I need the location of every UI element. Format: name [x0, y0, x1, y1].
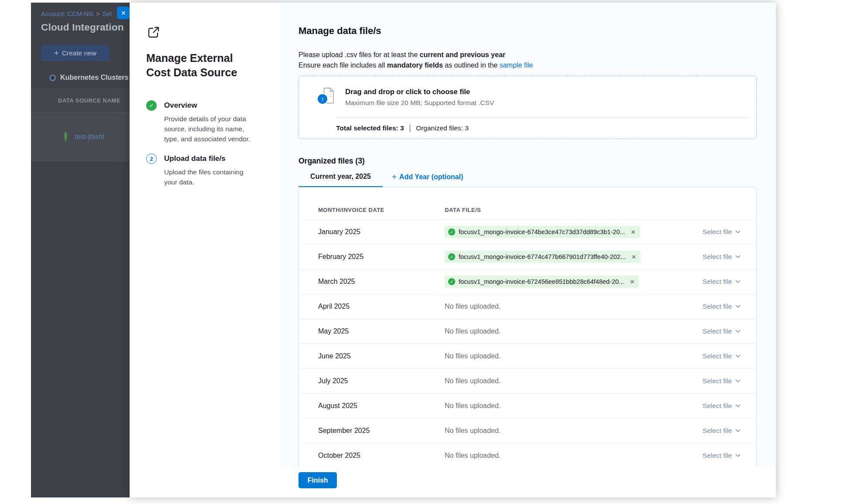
select-file-dropdown[interactable]: Select file	[703, 377, 741, 385]
data-file-cell: No files uploaded.	[445, 452, 703, 460]
table-row: July 2025No files uploaded.Select file	[299, 369, 756, 394]
manage-data-source-drawer: Manage External Cost Data Source ✓ Overv…	[130, 3, 776, 497]
step-upload-data-files[interactable]: 2 Upload data file/s Upload the files co…	[146, 153, 266, 187]
dropzone-subtext: Maximum file size 20 MB; Supported forma…	[345, 99, 494, 107]
select-file-dropdown[interactable]: Select file	[703, 452, 741, 460]
sample-file-link[interactable]: sample file	[500, 61, 533, 69]
select-file-dropdown[interactable]: Select file	[703, 402, 741, 410]
select-file-dropdown[interactable]: Select file	[703, 253, 741, 261]
section-title: Manage data file/s	[298, 25, 757, 37]
breadcrumb-section-link[interactable]: Set	[103, 10, 112, 17]
create-new-button[interactable]: + Create new	[41, 45, 110, 61]
intro-text: as outlined in the	[443, 61, 500, 69]
table-row: March 2025✓focusv1_mongo-invoice-672456e…	[299, 269, 756, 294]
close-icon: ✕	[121, 10, 126, 17]
data-file-cell: No files uploaded.	[445, 327, 703, 335]
column-header-data-source-name: DATA SOURCE NAME	[58, 97, 120, 104]
data-source-link[interactable]: test-jbisht	[75, 133, 104, 141]
background-page: Account: CCM-NG>Set Cloud Integration + …	[31, 3, 130, 497]
monthly-files-card: MONTH/INVOICE DATE DATA FILE/S January 2…	[298, 187, 757, 466]
drawer-title: Manage External Cost Data Source	[146, 51, 260, 80]
total-selected-files: Total selected files: 3	[336, 124, 404, 132]
file-check-icon: ✓	[448, 228, 455, 235]
month-label: September 2025	[318, 427, 445, 435]
remove-file-icon[interactable]: ✕	[631, 228, 635, 235]
data-file-cell: ✓focusv1_mongo-invoice-672456ee851bbb28c…	[445, 276, 703, 288]
tab-kubernetes-clusters[interactable]: Kubernetes Clusters	[49, 74, 129, 82]
stepper-panel: Manage External Cost Data Source ✓ Overv…	[130, 3, 279, 497]
chevron-down-icon	[735, 255, 741, 259]
column-header-data-files: DATA FILE/S	[445, 207, 481, 213]
select-file-label: Select file	[703, 228, 732, 236]
column-header-month: MONTH/INVOICE DATE	[318, 207, 445, 213]
step-overview[interactable]: ✓ Overview Provide details of your data …	[146, 100, 266, 144]
data-file-cell: ✓focusv1_mongo-invoice-6774c477b667901d7…	[445, 251, 703, 263]
uploaded-file-chip: ✓focusv1_mongo-invoice-672456ee851bbb28c…	[445, 276, 639, 288]
empty-files-text: No files uploaded.	[445, 352, 501, 360]
empty-files-text: No files uploaded.	[445, 402, 501, 410]
plus-icon: +	[54, 49, 59, 57]
tab-current-year[interactable]: Current year, 2025	[298, 173, 383, 187]
month-table-rows: January 2025✓focusv1_mongo-invoice-674be…	[299, 220, 756, 466]
select-file-label: Select file	[703, 278, 732, 286]
step-complete-check-icon: ✓	[146, 100, 157, 111]
step-description: Provide details of your data source, inc…	[164, 114, 257, 144]
intro-bold: current and previous year	[419, 51, 505, 58]
empty-files-text: No files uploaded.	[445, 327, 501, 335]
select-file-dropdown[interactable]: Select file	[703, 303, 741, 310]
remove-file-icon[interactable]: ✕	[630, 278, 635, 285]
chevron-down-icon	[735, 404, 741, 408]
step-label: Overview	[164, 100, 257, 110]
breadcrumb-account-link[interactable]: Account: CCM-NG	[41, 10, 93, 17]
file-name: focusv1_mongo-invoice-6774c477b667901d77…	[459, 253, 626, 260]
add-year-button[interactable]: + Add Year (optional)	[392, 173, 463, 187]
chevron-down-icon	[735, 379, 741, 383]
intro-text: Please upload .csv files for at least th…	[298, 51, 419, 58]
uploaded-file-chip: ✓focusv1_mongo-invoice-6774c477b667901d7…	[445, 251, 641, 263]
select-file-label: Select file	[703, 377, 732, 385]
table-row: test-jbisht	[31, 112, 130, 161]
table-row: May 2025No files uploaded.Select file	[299, 319, 756, 344]
step-number-badge: 2	[146, 153, 157, 164]
select-file-label: Select file	[703, 402, 732, 410]
select-file-label: Select file	[703, 427, 732, 435]
month-label: August 2025	[318, 402, 445, 410]
select-file-label: Select file	[703, 452, 732, 460]
file-name: focusv1_mongo-invoice-674be3ce47c73d37dd…	[459, 228, 625, 235]
main-body: Manage data file/s Please upload .csv fi…	[279, 3, 776, 466]
select-file-dropdown[interactable]: Select file	[703, 352, 741, 360]
empty-files-text: No files uploaded.	[445, 377, 501, 385]
file-name: focusv1_mongo-invoice-672456ee851bbb28c6…	[459, 278, 624, 285]
table-row: August 2025No files uploaded.Select file	[299, 394, 756, 419]
organized-files-count: Organized files: 3	[416, 124, 469, 132]
month-label: February 2025	[318, 253, 445, 261]
data-file-cell: ✓focusv1_mongo-invoice-674be3ce47c73d37d…	[445, 226, 703, 238]
breadcrumb: Account: CCM-NG>Set	[41, 10, 112, 17]
chevron-down-icon	[735, 429, 741, 432]
select-file-label: Select file	[703, 303, 732, 310]
arrow-up-icon: ↑	[317, 93, 328, 105]
upload-dropzone[interactable]: ↑ Drag and drop or click to choose file …	[298, 76, 757, 139]
tab-label: Kubernetes Clusters	[60, 74, 129, 82]
year-tabs: Current year, 2025 + Add Year (optional)	[298, 173, 757, 187]
select-file-dropdown[interactable]: Select file	[703, 228, 741, 236]
step-label: Upload data file/s	[164, 153, 257, 163]
plus-icon: +	[392, 173, 397, 181]
month-label: January 2025	[318, 228, 445, 236]
step-description: Upload the files containing your data.	[164, 167, 257, 187]
remove-file-icon[interactable]: ✕	[631, 253, 636, 260]
divider	[336, 118, 749, 118]
add-year-label: Add Year (optional)	[399, 173, 463, 181]
chevron-down-icon	[735, 454, 741, 457]
close-button[interactable]: ✕	[117, 7, 130, 19]
select-file-dropdown[interactable]: Select file	[703, 427, 741, 435]
finish-button[interactable]: Finish	[298, 472, 337, 488]
select-file-dropdown[interactable]: Select file	[703, 278, 741, 286]
empty-files-text: No files uploaded.	[445, 427, 501, 435]
dropzone-headline: Drag and drop or click to choose file	[345, 87, 494, 96]
stepper: ✓ Overview Provide details of your data …	[146, 100, 266, 187]
data-file-cell: No files uploaded.	[445, 352, 703, 360]
table-row: September 2025No files uploaded.Select f…	[299, 419, 756, 443]
uploaded-file-chip: ✓focusv1_mongo-invoice-674be3ce47c73d37d…	[445, 226, 640, 238]
select-file-dropdown[interactable]: Select file	[703, 327, 741, 335]
